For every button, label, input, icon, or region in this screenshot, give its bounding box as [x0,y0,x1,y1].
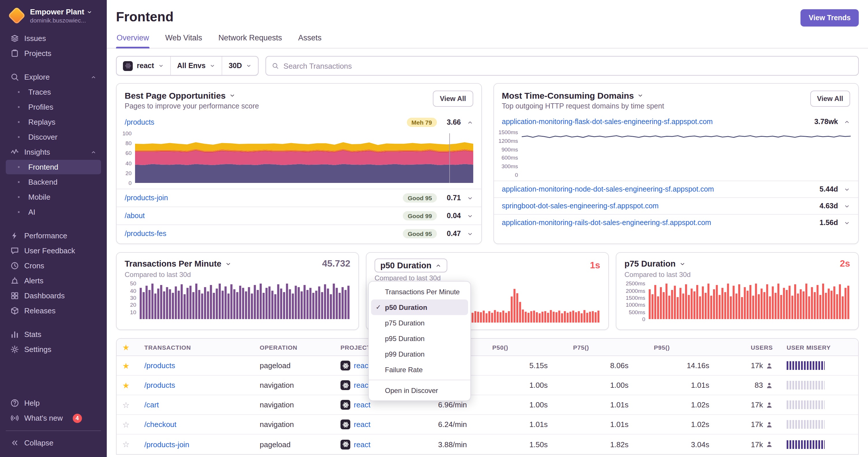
star-toggle[interactable]: ★ [122,361,130,370]
domain-row[interactable]: application-monitoring-rails-dot-sales-e… [494,214,858,231]
chevron-down-icon[interactable] [844,220,850,226]
transaction-link[interactable]: /checkout [144,420,176,429]
panel-title-opportunities[interactable]: Best Page Opportunities [125,91,259,100]
p50-metric-selector[interactable]: p50 Duration [375,259,447,272]
column-header-transaction[interactable]: Transaction [138,344,254,351]
tpm-metric-selector[interactable]: Transactions Per Minute [125,259,231,268]
view-trends-button[interactable]: View Trends [801,9,859,27]
column-header-p95[interactable]: P95() [637,344,717,351]
bullet-dot [18,121,20,123]
opportunity-row[interactable]: /about Good 99 0.04 [117,206,481,225]
domain-link[interactable]: springboot-dot-sales-engineering-sf.apps… [502,202,658,210]
transaction-search[interactable] [266,56,859,75]
sidebar-item-help[interactable]: Help [6,396,101,410]
sidebar-item-mobile[interactable]: Mobile [6,190,101,204]
transaction-link[interactable]: /products [144,381,175,390]
menu-item-p99-duration[interactable]: p99 Duration [371,346,468,362]
sidebar-item-ai[interactable]: AI [6,205,101,219]
chevron-up-icon[interactable] [844,119,850,125]
table-row[interactable]: ★ /products navigation react /min 1.00s … [117,376,858,395]
tab-network-requests[interactable]: Network Requests [218,29,283,48]
sidebar-item-insights[interactable]: Insights [6,145,101,159]
sidebar-item-user-feedback[interactable]: User Feedback [6,243,101,258]
domain-row[interactable]: application-monitoring-flask-dot-sales-e… [494,114,858,130]
panel-title-domains[interactable]: Most Time-Consuming Domains [502,91,664,100]
sidebar-item-performance[interactable]: Performance [6,228,101,243]
page-link[interactable]: /products-fes [125,230,166,238]
page-link[interactable]: /products [125,118,154,126]
sidebar-item-alerts[interactable]: Alerts [6,273,101,288]
table-row[interactable]: ★ /products pageload react /min 5.15s 8.… [117,356,858,376]
chevron-down-icon[interactable] [844,203,850,209]
sidebar-item-frontend[interactable]: Frontend [6,160,101,174]
column-header-p50[interactable]: P50() [475,344,556,351]
view-all-domains-button[interactable]: View All [810,91,850,107]
star-toggle[interactable]: ☆ [122,400,130,410]
chevron-down-icon[interactable] [467,195,473,201]
column-header-p75[interactable]: P75() [556,344,637,351]
opportunity-row[interactable]: /products-join Good 95 0.71 [117,189,481,206]
project-link[interactable]: react [354,400,371,409]
tab-overview[interactable]: Overview [116,29,150,48]
menu-item-p75-duration[interactable]: p75 Duration [371,315,468,331]
menu-item-p95-duration[interactable]: p95 Duration [371,331,468,346]
sidebar-item-whats-new[interactable]: What's new4 [6,411,101,425]
date-range-selector[interactable]: 30D [222,57,258,75]
sidebar-item-crons[interactable]: Crons [6,259,101,273]
chevron-up-icon[interactable] [467,119,473,126]
sidebar-item-dashboards[interactable]: Dashboards [6,289,101,303]
tab-assets[interactable]: Assets [298,29,322,48]
sidebar-item-stats[interactable]: Stats [6,327,101,341]
sidebar-item-settings[interactable]: Settings [6,342,101,357]
column-header-operation[interactable]: Operation [254,344,335,351]
sidebar-item-projects[interactable]: Projects [6,46,101,61]
transaction-link[interactable]: /cart [144,400,159,409]
search-input[interactable] [283,61,852,70]
sidebar-item-releases[interactable]: Releases [6,303,101,318]
domain-link[interactable]: application-monitoring-rails-dot-sales-e… [502,219,711,227]
page-link[interactable]: /about [125,212,145,220]
sidebar-item-discover[interactable]: Discover [6,130,101,144]
menu-item-open-in-discover[interactable]: Open in Discover [371,383,468,398]
domain-row[interactable]: springboot-dot-sales-engineering-sf.apps… [494,197,858,214]
sidebar-collapse-button[interactable]: Collapse [6,436,101,450]
tab-web-vitals[interactable]: Web Vitals [165,29,203,48]
menu-item-transactions-per-minute[interactable]: Transactions Per Minute [371,284,468,299]
page-link[interactable]: /products-join [125,194,168,202]
sidebar-item-backend[interactable]: Backend [6,175,101,189]
p75-metric-selector[interactable]: p75 Duration [624,259,685,268]
menu-item-failure-rate[interactable]: Failure Rate [371,362,468,378]
star-toggle[interactable]: ☆ [122,420,130,429]
opportunity-row[interactable]: /products-fes Good 95 0.47 [117,225,481,242]
column-header-users[interactable]: Users [717,344,781,351]
table-row[interactable]: ☆ /cart navigation react 6.96/min 1.00s … [117,395,858,415]
score-badge: Meh 79 [407,118,437,127]
chevron-down-icon[interactable] [467,230,473,237]
transaction-link[interactable]: /products-join [144,440,189,449]
org-logo [8,7,25,24]
org-switcher[interactable]: Empower Plant dominik.buszowiec... [6,6,101,31]
transaction-link[interactable]: /products [144,361,175,370]
domain-row[interactable]: application-monitoring-node-dot-sales-en… [494,181,858,197]
sidebar-item-profiles[interactable]: Profiles [6,100,101,114]
project-link[interactable]: react [354,440,371,449]
star-toggle[interactable]: ☆ [122,440,130,449]
chevron-down-icon[interactable] [844,186,850,192]
sidebar-item-traces[interactable]: Traces [6,85,101,99]
opportunity-row[interactable]: /products Meh 79 3.66 [117,114,481,131]
table-row[interactable]: ☆ /products-join pageload react 3.88/min… [117,434,858,454]
star-toggle[interactable]: ★ [122,381,130,390]
sidebar-item-explore[interactable]: Explore [6,70,101,84]
column-header-user-misery[interactable]: User Misery [781,344,858,351]
chevron-down-icon[interactable] [467,213,473,219]
domain-link[interactable]: application-monitoring-node-dot-sales-en… [502,185,714,193]
environment-selector[interactable]: All Envs [171,57,222,75]
domain-link[interactable]: application-monitoring-flask-dot-sales-e… [502,118,713,126]
project-link[interactable]: react [354,420,371,429]
sidebar-item-replays[interactable]: Replays [6,115,101,129]
menu-item-p50-duration[interactable]: ✓p50 Duration [371,299,468,315]
table-row[interactable]: ☆ /checkout navigation react 6.24/min 1.… [117,415,858,434]
project-selector[interactable]: react [117,57,171,75]
sidebar-item-issues[interactable]: Issues [6,31,101,45]
view-all-opportunities-button[interactable]: View All [433,91,473,107]
